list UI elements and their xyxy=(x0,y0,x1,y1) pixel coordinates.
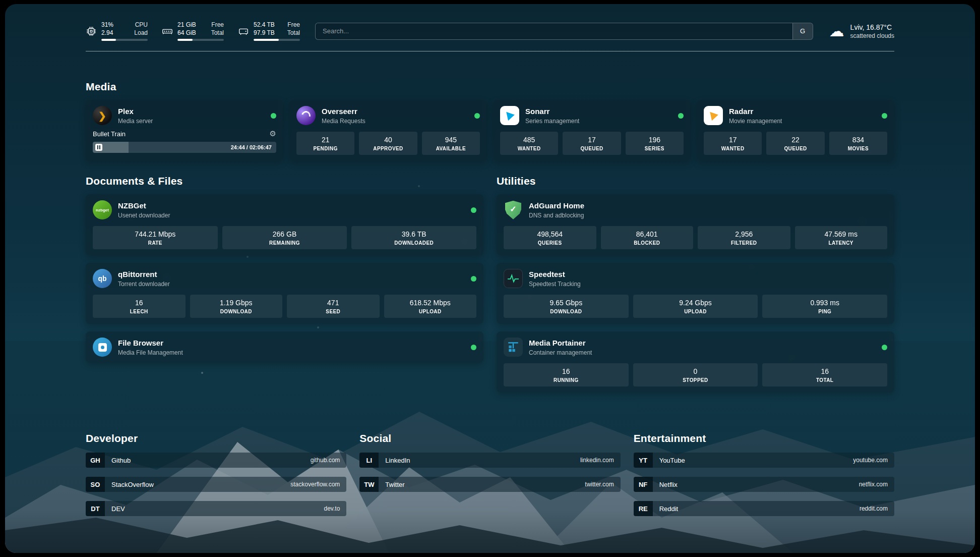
status-dot xyxy=(882,345,887,350)
bookmark-abbr: NF xyxy=(634,477,653,492)
service-desc: DNS and adblocking xyxy=(529,212,887,219)
service-card-radarr[interactable]: Radarr Movie management 17WANTED 22QUEUE… xyxy=(697,100,894,161)
service-card-nzbget[interactable]: nzbget NZBGet Usenet downloader 744.21 M… xyxy=(86,194,483,255)
bookmark-abbr: YT xyxy=(634,453,653,468)
bookmark-name: LinkedIn xyxy=(379,457,580,464)
search-input[interactable] xyxy=(316,23,792,39)
service-card-plex[interactable]: ❯ Plex Media server Bullet Train ⚙ 24:44… xyxy=(86,100,283,161)
weather-location: Lviv, 16.87°C xyxy=(850,23,894,31)
section-title-entertainment: Entertainment xyxy=(634,432,894,444)
playback-progress-bar[interactable]: 24:44 / 02:06:47 xyxy=(93,142,276,153)
stat-movies: 834MOVIES xyxy=(829,132,887,155)
ram-total-value: 64 GiB xyxy=(177,29,196,37)
cpu-icon xyxy=(86,26,97,37)
bookmark-github[interactable]: GH Github github.com xyxy=(86,453,346,468)
service-card-speedtest[interactable]: Speedtest Speedtest Tracking 9.65 GbpsDO… xyxy=(497,263,894,324)
service-name: Speedtest xyxy=(529,270,887,280)
nzbget-icon: nzbget xyxy=(93,200,112,219)
playback-time: 24:44 / 02:06:47 xyxy=(231,144,272,150)
stat-queued: 17QUEUED xyxy=(563,132,621,155)
system-monitors: 31%CPU 2.94Load 21 GiBFree 64 GiBTotal xyxy=(86,21,300,41)
bookmark-url: dev.to xyxy=(324,505,347,512)
ram-icon xyxy=(162,26,173,37)
bookmark-name: Netflix xyxy=(653,481,859,488)
service-card-portainer[interactable]: Media Portainer Container management 16R… xyxy=(497,331,894,393)
bookmark-twitter[interactable]: TW Twitter twitter.com xyxy=(359,477,620,492)
disk-monitor: 52.4 TBFree 97.9 TBTotal xyxy=(238,21,300,41)
service-name: File Browser xyxy=(118,339,465,348)
service-name: AdGuard Home xyxy=(529,201,887,211)
stat-upload: 9.24 GbpsUPLOAD xyxy=(633,295,758,318)
dashboard-frame: 31%CPU 2.94Load 21 GiBFree 64 GiBTotal xyxy=(5,4,975,553)
section-title-media: Media xyxy=(86,81,894,93)
bookmark-stackoverflow[interactable]: SO StackOverflow stackoverflow.com xyxy=(86,477,346,492)
documents-column: Documents & Files nzbget NZBGet Usenet d… xyxy=(86,175,483,370)
cpu-load-value: 2.94 xyxy=(101,29,113,37)
service-desc: Movie management xyxy=(729,118,876,125)
bookmark-youtube[interactable]: YT YouTube youtube.com xyxy=(634,453,894,468)
bookmark-abbr: LI xyxy=(359,453,379,468)
sonarr-icon xyxy=(500,106,519,125)
status-dot xyxy=(471,345,476,350)
stat-wanted: 17WANTED xyxy=(704,132,762,155)
cpu-monitor: 31%CPU 2.94Load xyxy=(86,21,148,41)
service-desc: Torrent downloader xyxy=(118,281,465,288)
bookmark-abbr: TW xyxy=(359,477,379,492)
service-card-filebrowser[interactable]: File Browser Media File Management xyxy=(86,331,483,363)
stat-rate: 744.21 MbpsRATE xyxy=(93,226,218,249)
service-card-qbittorrent[interactable]: qb qBittorrent Torrent downloader 16LEEC… xyxy=(86,263,483,324)
service-desc: Media File Management xyxy=(118,349,465,356)
top-bar: 31%CPU 2.94Load 21 GiBFree 64 GiBTotal xyxy=(86,21,894,41)
bookmark-dev[interactable]: DT DEV dev.to xyxy=(86,501,346,516)
stat-download: 9.65 GbpsDOWNLOAD xyxy=(504,295,629,318)
stat-approved: 40APPROVED xyxy=(359,132,417,155)
disk-progress-bar xyxy=(254,39,300,41)
bookmark-name: StackOverflow xyxy=(105,481,290,488)
bookmark-reddit[interactable]: RE Reddit reddit.com xyxy=(634,501,894,516)
bookmark-netflix[interactable]: NF Netflix netflix.com xyxy=(634,477,894,492)
service-desc: Container management xyxy=(529,349,876,356)
stat-blocked: 86,401BLOCKED xyxy=(601,226,694,249)
disk-icon xyxy=(238,26,249,37)
weather-condition: scattered clouds xyxy=(850,32,894,39)
ram-progress-fill xyxy=(177,39,193,41)
radarr-icon xyxy=(704,106,723,125)
settings-gear-icon[interactable]: ⚙ xyxy=(270,129,276,138)
pause-button[interactable] xyxy=(95,144,102,151)
stat-stopped: 0STOPPED xyxy=(633,363,758,386)
ram-progress-bar xyxy=(177,39,224,41)
stat-pending: 21PENDING xyxy=(296,132,354,155)
service-name: Radarr xyxy=(729,107,876,117)
service-card-adguard[interactable]: ✓ AdGuard Home DNS and adblocking 498,56… xyxy=(497,194,894,255)
service-card-overseerr[interactable]: Overseerr Media Requests 21PENDING 40APP… xyxy=(289,100,487,161)
ram-monitor: 21 GiBFree 64 GiBTotal xyxy=(162,21,224,41)
topbar-divider xyxy=(86,51,894,51)
section-title-utilities: Utilities xyxy=(497,175,894,187)
bookmark-group-developer: Developer GH Github github.com SO StackO… xyxy=(86,432,346,525)
stat-total: 16TOTAL xyxy=(762,363,887,386)
bookmark-url: netflix.com xyxy=(859,481,894,488)
cpu-load-label: Load xyxy=(134,29,148,37)
bookmark-name: Twitter xyxy=(379,481,585,488)
snow-specks xyxy=(5,4,6,5)
search-engine-button[interactable]: G xyxy=(792,23,813,39)
bookmark-linkedin[interactable]: LI LinkedIn linkedin.com xyxy=(359,453,620,468)
bookmark-abbr: GH xyxy=(86,453,105,468)
status-dot xyxy=(271,113,276,119)
disk-free-value: 52.4 TB xyxy=(254,21,275,29)
cpu-label: CPU xyxy=(135,21,148,29)
service-name: Sonarr xyxy=(525,107,672,117)
service-card-sonarr[interactable]: Sonarr Series management 485WANTED 17QUE… xyxy=(493,100,691,161)
utilities-column: Utilities ✓ AdGuard Home DNS and adblock… xyxy=(497,175,894,400)
disk-total-value: 97.9 TB xyxy=(254,29,275,37)
search-bar: G xyxy=(315,23,813,40)
stat-filtered: 2,956FILTERED xyxy=(698,226,790,249)
service-name: NZBGet xyxy=(118,201,465,211)
overseerr-icon xyxy=(296,106,316,125)
bookmark-url: reddit.com xyxy=(860,505,894,512)
service-desc: Media server xyxy=(118,118,265,125)
stat-leech: 16LEECH xyxy=(93,295,186,318)
disk-total-label: Total xyxy=(287,29,300,37)
bookmark-name: DEV xyxy=(105,505,324,513)
bookmark-name: Github xyxy=(105,457,311,464)
